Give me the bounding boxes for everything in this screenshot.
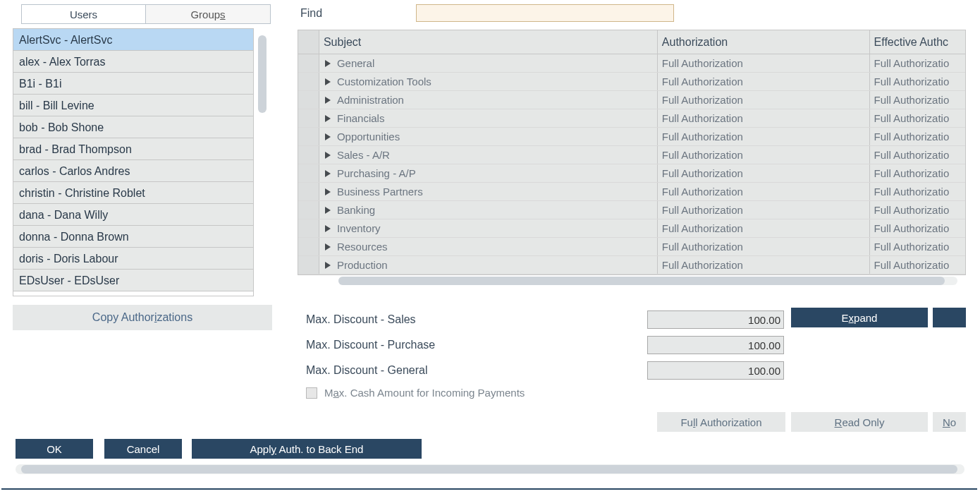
perm-subject: Administration	[337, 94, 404, 106]
read-only-button[interactable]: Read Only	[791, 412, 928, 432]
table-row[interactable]: Purchasing - A/P Full Authorization Full…	[298, 164, 965, 183]
table-header-row: Subject Authorization Effective Authc	[298, 30, 965, 54]
perm-auth: Full Authorization	[662, 131, 743, 143]
expand-caret-icon[interactable]	[325, 188, 331, 195]
perm-subject: Financials	[337, 112, 385, 124]
max-discount-sales-label: Max. Discount - Sales	[306, 313, 416, 326]
find-input[interactable]	[416, 4, 674, 22]
expand-caret-icon[interactable]	[325, 115, 331, 122]
expand-caret-icon[interactable]	[325, 225, 331, 232]
row-handle[interactable]	[298, 128, 319, 145]
expand-caret-icon[interactable]	[325, 170, 331, 177]
perm-auth: Full Authorization	[662, 222, 743, 234]
max-discount-purchase-input[interactable]	[647, 336, 784, 354]
row-handle[interactable]	[298, 183, 319, 200]
window-hscrollbar[interactable]	[16, 464, 964, 474]
list-item[interactable]: AlertSvc - AlertSvc	[13, 29, 253, 51]
permissions-hscrollbar[interactable]	[338, 277, 957, 285]
expand-caret-icon[interactable]	[325, 207, 331, 214]
tab-users-label: Users	[70, 8, 97, 20]
perm-effective: Full Authorizatio	[874, 222, 950, 234]
perm-effective: Full Authorizatio	[874, 94, 950, 106]
expand-caret-icon[interactable]	[325, 262, 331, 269]
row-handle[interactable]	[298, 256, 319, 274]
table-row[interactable]: Sales - A/R Full Authorization Full Auth…	[298, 146, 965, 164]
ok-button[interactable]: OK	[16, 439, 93, 459]
user-list-item-label: bill - Bill Levine	[19, 99, 94, 111]
table-row[interactable]: Inventory Full Authorization Full Author…	[298, 219, 965, 238]
perm-auth: Full Authorization	[662, 241, 743, 253]
row-handle[interactable]	[298, 201, 319, 219]
apply-auth-back-end-button[interactable]: Apply Auth. to Back End	[192, 439, 422, 459]
column-effective-authorization[interactable]: Effective Authc	[870, 30, 965, 54]
perm-effective: Full Authorizatio	[874, 131, 950, 143]
user-list-item-label: dana - Dana Willy	[19, 209, 108, 221]
column-authorization[interactable]: Authorization	[658, 30, 870, 54]
no-authorization-button[interactable]: No	[933, 412, 966, 432]
user-group-tabs: Users Groups	[21, 4, 271, 24]
table-row[interactable]: Administration Full Authorization Full A…	[298, 91, 965, 109]
expand-caret-icon[interactable]	[325, 60, 331, 67]
list-item[interactable]: bill - Bill Levine	[13, 95, 253, 116]
row-handle[interactable]	[298, 54, 319, 72]
expand-caret-icon[interactable]	[325, 133, 331, 140]
user-list-item-label: carlos - Carlos Andres	[19, 165, 130, 177]
table-row[interactable]: Opportunities Full Authorization Full Au…	[298, 128, 965, 146]
max-cash-amount-checkbox[interactable]	[306, 387, 317, 399]
perm-effective: Full Authorizatio	[874, 241, 950, 253]
list-item[interactable]: EDsUser - EDsUser	[13, 270, 253, 291]
collapse-button[interactable]	[933, 308, 966, 327]
scrollbar-thumb[interactable]	[21, 465, 957, 473]
full-authorization-button[interactable]: Full Authorization	[657, 412, 785, 432]
max-discount-purchase-label: Max. Discount - Purchase	[306, 339, 435, 351]
perm-auth: Full Authorization	[662, 259, 743, 271]
scrollbar-thumb[interactable]	[338, 277, 945, 285]
expand-caret-icon[interactable]	[325, 78, 331, 85]
max-discount-general-label: Max. Discount - General	[306, 364, 428, 377]
expand-button[interactable]: Expand	[791, 308, 928, 327]
expand-caret-icon[interactable]	[325, 97, 331, 104]
tab-users[interactable]: Users	[21, 4, 146, 24]
perm-subject: General	[337, 57, 374, 69]
cancel-button[interactable]: Cancel	[104, 439, 182, 459]
perm-auth: Full Authorization	[662, 167, 743, 179]
max-cash-amount-label: Max. Cash Amount for Incoming Payments	[324, 387, 525, 399]
list-item[interactable]: christin - Christine Roblet	[13, 182, 253, 204]
table-row[interactable]: Customization Tools Full Authorization F…	[298, 73, 965, 91]
list-item[interactable]: doris - Doris Labour	[13, 248, 253, 270]
perm-subject: Banking	[337, 204, 375, 216]
max-discount-general-input[interactable]	[647, 361, 784, 380]
row-handle[interactable]	[298, 164, 319, 182]
table-row[interactable]: Financials Full Authorization Full Autho…	[298, 109, 965, 128]
list-item[interactable]: donna - Donna Brown	[13, 226, 253, 248]
table-row[interactable]: Business Partners Full Authorization Ful…	[298, 183, 965, 201]
user-list-scrollbar[interactable]	[258, 35, 267, 113]
row-handle[interactable]	[298, 109, 319, 127]
perm-subject: Inventory	[337, 222, 381, 234]
table-row[interactable]: Resources Full Authorization Full Author…	[298, 238, 965, 256]
list-item[interactable]: brad - Brad Thompson	[13, 138, 253, 160]
user-list-item-label: donna - Donna Brown	[19, 231, 129, 243]
copy-authorizations-button[interactable]: Copy Authorizations	[13, 305, 272, 330]
row-handle[interactable]	[298, 219, 319, 237]
list-item[interactable]: bob - Bob Shone	[13, 116, 253, 138]
perm-auth: Full Authorization	[662, 186, 743, 198]
table-row[interactable]: Banking Full Authorization Full Authoriz…	[298, 201, 965, 219]
table-row[interactable]: Production Full Authorization Full Autho…	[298, 256, 965, 274]
max-discount-sales-input[interactable]	[647, 310, 784, 329]
expand-caret-icon[interactable]	[325, 243, 331, 250]
list-item[interactable]: alex - Alex Torras	[13, 51, 253, 73]
row-handle[interactable]	[298, 73, 319, 90]
perm-subject: Purchasing - A/P	[337, 167, 416, 179]
list-item[interactable]: carlos - Carlos Andres	[13, 160, 253, 182]
column-subject[interactable]: Subject	[319, 30, 658, 54]
list-item[interactable]: B1i - B1i	[13, 73, 253, 95]
tab-groups[interactable]: Groups	[146, 4, 271, 24]
row-handle[interactable]	[298, 146, 319, 164]
row-handle[interactable]	[298, 91, 319, 109]
row-handle[interactable]	[298, 238, 319, 255]
user-list-item-label: AlertSvc - AlertSvc	[19, 34, 112, 46]
table-row[interactable]: General Full Authorization Full Authoriz…	[298, 54, 965, 73]
expand-caret-icon[interactable]	[325, 152, 331, 159]
list-item[interactable]: dana - Dana Willy	[13, 204, 253, 226]
